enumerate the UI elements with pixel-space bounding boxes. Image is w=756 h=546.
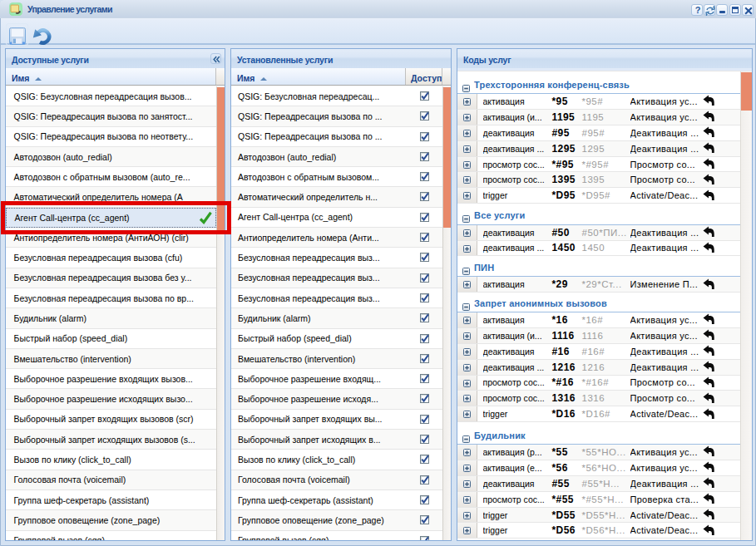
svg-text:?: ? xyxy=(695,5,701,15)
